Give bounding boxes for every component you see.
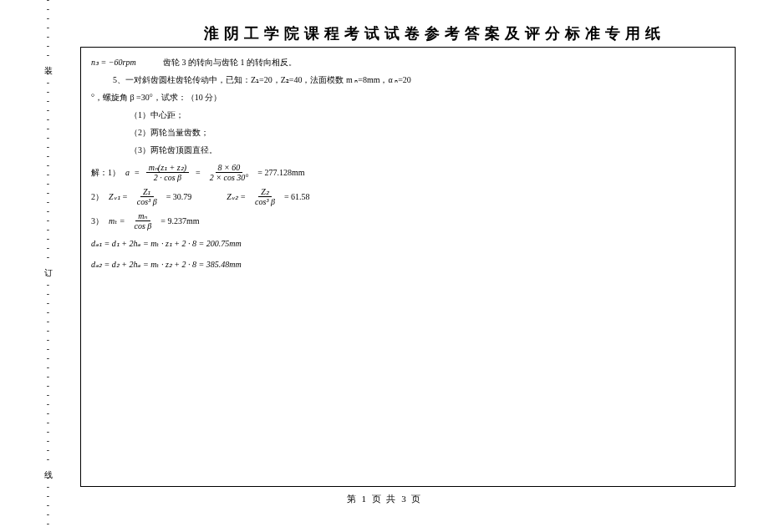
solution-3-row: 3） mₜ = mₙ cos β = 9.237mm: [91, 211, 725, 231]
eq-zv2-result: = 61.58: [284, 189, 310, 205]
eq-zv1-frac: Z₁ cos³ β: [135, 187, 160, 206]
eq-mt-result: = 9.237mm: [160, 213, 199, 229]
q5-item-2: （2）两轮当量齿数；: [91, 124, 725, 140]
eq-a-result: = 277.128mm: [257, 165, 304, 180]
eq-a-frac2: 8 × 60 2 × cos 30°: [207, 163, 252, 182]
eq-a-f1-num: mₙ(z₁ + z₂): [146, 163, 189, 173]
eq-a-lhs: a: [125, 165, 130, 180]
eq-zv2-frac: Z₂ cos³ β: [252, 187, 278, 206]
n3-line: n₃ = −60rpm 齿轮 3 的转向与齿轮 1 的转向相反。: [91, 54, 725, 70]
eq-a-f1-den: 2 · cos β: [151, 173, 184, 182]
sol-3-label: 3）: [91, 213, 104, 229]
content-frame: n₃ = −60rpm 齿轮 3 的转向与齿轮 1 的转向相反。 5、一对斜齿圆…: [80, 47, 736, 487]
q5-item-3: （3）两轮齿顶圆直径。: [91, 142, 725, 158]
eq-mt-frac: mₙ cos β: [131, 211, 154, 231]
q5-line-b: °，螺旋角 β =30°，试求：（10 分）: [91, 89, 725, 105]
eq-zv1-lhs: Zᵥ₁ =: [109, 189, 128, 205]
q5-item-1: （1）中心距；: [91, 107, 725, 123]
solution-1-row: 解：1） a = mₙ(z₁ + z₂) 2 · cos β = 8 × 60 …: [91, 163, 725, 182]
eq-da1-row: dₐ₁ = d₁ + 2hₐ = mₜ · z₁ + 2 · 8 = 200.7…: [91, 236, 725, 251]
binding-margin: ---------------------装 -----------------…: [40, 50, 55, 482]
eq-zv1-result: = 30.79: [166, 189, 192, 205]
n3-note: 齿轮 3 的转向与齿轮 1 的转向相反。: [163, 58, 297, 67]
eq-mt-den: cos β: [131, 221, 154, 231]
eq-a-frac1: mₙ(z₁ + z₂) 2 · cos β: [146, 163, 189, 182]
eq-zv1-num: Z₁: [140, 187, 154, 197]
eq-zv1-den: cos³ β: [135, 197, 160, 206]
sol-1-label: 解：1）: [91, 165, 120, 180]
eq-mt-lhs: mₜ =: [109, 213, 125, 229]
answer-content: n₃ = −60rpm 齿轮 3 的转向与齿轮 1 的转向相反。 5、一对斜齿圆…: [91, 54, 725, 272]
binding-text: ---------------------装 -----------------…: [43, 0, 52, 532]
eq-da2-row: dₐ₂ = d₂ + 2hₐ = mₜ · z₂ + 2 · 8 = 385.4…: [91, 256, 725, 272]
eq-zv2-lhs: Zᵥ₂ =: [227, 189, 246, 205]
solution-2-row: 2） Zᵥ₁ = Z₁ cos³ β = 30.79 Zᵥ₂ = Z₂ cos³…: [91, 187, 725, 206]
q5-line-a: 5、一对斜齿圆柱齿轮传动中，已知：Z₁=20，Z₂=40，法面模数 m ₙ=8m…: [91, 72, 725, 88]
eq-zv2-num: Z₂: [258, 187, 272, 197]
page-footer: 第 1 页 共 3 页: [0, 493, 769, 505]
page-title: 淮阴工学院课程考试试卷参考答案及评分标准专用纸: [142, 23, 727, 43]
eq-da2: dₐ₂ = d₂ + 2hₐ = mₜ · z₂ + 2 · 8 = 385.4…: [91, 256, 242, 272]
eq-a-f2-num: 8 × 60: [216, 163, 243, 173]
n3-value: n₃ = −60rpm: [91, 58, 136, 67]
sol-2-label: 2）: [91, 189, 104, 205]
eq-mt-num: mₙ: [135, 211, 150, 221]
eq-da1: dₐ₁ = d₁ + 2hₐ = mₜ · z₁ + 2 · 8 = 200.7…: [91, 236, 242, 251]
eq-zv2-den: cos³ β: [252, 197, 278, 206]
eq-a-f2-den: 2 × cos 30°: [207, 173, 252, 182]
